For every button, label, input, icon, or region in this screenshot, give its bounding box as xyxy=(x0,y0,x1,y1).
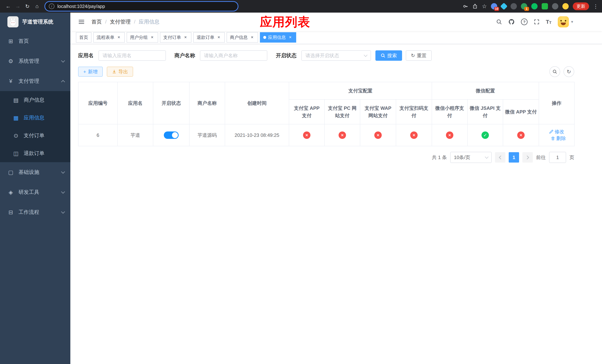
tab-app-info[interactable]: 应用信息 × xyxy=(260,32,296,43)
sidebar-item-app-info[interactable]: ▦ 应用信息 xyxy=(0,109,70,127)
tab-merchant-info[interactable]: 商户信息 × xyxy=(226,32,258,43)
sidebar-item-merchant-info[interactable]: ▤ 商户信息 xyxy=(0,91,70,109)
next-page-button[interactable] xyxy=(522,152,533,162)
cell-alipay-pc: × xyxy=(324,124,360,146)
gear-icon: ⚙ xyxy=(7,58,14,64)
merchant-name-input[interactable] xyxy=(200,50,267,61)
breadcrumb-separator: / xyxy=(134,19,136,25)
tags-view-bar: 首页 流程表单 × 用户分组 × 支付订单 × 退款订单 × xyxy=(70,31,602,44)
add-button[interactable]: + 新增 xyxy=(78,67,103,77)
refund-icon: ◫ xyxy=(13,150,19,157)
close-icon[interactable]: × xyxy=(150,35,155,40)
sidebar-item-home[interactable]: ⊞ 首页 xyxy=(0,31,70,51)
breadcrumb: 首页 / 支付管理 / 应用信息 xyxy=(91,18,160,25)
share-icon[interactable] xyxy=(472,3,478,9)
goto-page-input[interactable] xyxy=(549,152,566,163)
close-icon[interactable]: × xyxy=(216,35,221,40)
export-button[interactable]: 导出 xyxy=(107,67,133,77)
browser-menu-icon[interactable]: ⋮ xyxy=(593,3,598,10)
status-icon: × xyxy=(517,131,525,139)
toggle-search-button[interactable] xyxy=(549,66,560,77)
extension-icon[interactable] xyxy=(531,3,538,10)
avatar-caret-icon[interactable]: ▾ xyxy=(571,20,573,24)
edit-link[interactable]: 修改 xyxy=(549,128,564,135)
close-icon[interactable]: × xyxy=(116,35,121,40)
sidebar-item-infrastructure[interactable]: ▢ 基础设施 xyxy=(0,162,70,182)
browser-update-button[interactable]: 更新 xyxy=(573,2,589,10)
app-name-input[interactable] xyxy=(98,50,166,61)
table-row: 6 芋道 芋道源码 2021-10-23 08:49:25 × × × xyxy=(78,124,574,146)
extension-icon[interactable] xyxy=(552,3,558,10)
address-bar[interactable]: i localhost:1024/pay/app xyxy=(44,1,238,11)
extension-icon[interactable]: 1 xyxy=(521,3,527,10)
page-size-select[interactable]: 10条/页 xyxy=(450,152,492,163)
help-icon[interactable]: ? xyxy=(521,19,527,25)
status-select[interactable]: 请选择开启状态 xyxy=(301,50,371,61)
site-info-icon[interactable]: i xyxy=(49,3,54,9)
plus-icon: + xyxy=(83,69,86,75)
grid-icon: ▦ xyxy=(13,115,19,121)
prev-page-button[interactable] xyxy=(495,152,505,162)
sidebar-item-workflow[interactable]: ⊟ 工作流程 xyxy=(0,202,70,222)
sidebar-item-dev-tools[interactable]: ◈ 研发工具 xyxy=(0,182,70,202)
chevron-down-icon xyxy=(61,58,65,62)
sidebar-item-system[interactable]: ⚙ 系统管理 xyxy=(0,51,70,71)
github-icon[interactable] xyxy=(508,19,515,25)
browser-actions: ☆ 10 1 更新 ⋮ xyxy=(462,2,598,10)
pagination-total: 共 1 条 xyxy=(432,154,447,161)
status-icon: × xyxy=(374,131,382,139)
current-page-button[interactable]: 1 xyxy=(509,152,519,162)
app-title: 芋道管理系统 xyxy=(22,18,53,25)
close-icon[interactable]: × xyxy=(183,35,188,40)
search-icon[interactable] xyxy=(496,19,502,25)
browser-back-icon[interactable]: ← xyxy=(4,2,13,11)
browser-reload-icon[interactable]: ↻ xyxy=(23,2,32,11)
tab-process-form[interactable]: 流程表单 × xyxy=(93,32,125,43)
cell-alipay-qr: × xyxy=(396,124,432,146)
app-logo[interactable]: 芋道管理系统 xyxy=(0,13,70,31)
extension-icon[interactable]: 10 xyxy=(491,3,497,10)
tab-refund-order[interactable]: 退款订单 × xyxy=(193,32,225,43)
font-size-icon[interactable]: TT xyxy=(546,19,551,25)
sidebar-item-label: 基础设施 xyxy=(19,169,39,176)
fullscreen-icon[interactable] xyxy=(534,19,539,25)
close-icon[interactable]: × xyxy=(288,35,293,40)
user-avatar[interactable] xyxy=(558,16,569,27)
extension-icon[interactable] xyxy=(511,3,517,10)
breadcrumb-payment[interactable]: 支付管理 xyxy=(110,18,131,25)
order-icon: ⊙ xyxy=(13,132,19,139)
close-icon[interactable]: × xyxy=(249,35,255,40)
tab-pay-order[interactable]: 支付订单 × xyxy=(160,32,191,43)
sidebar-item-label: 退款订单 xyxy=(24,150,44,157)
extension-icon[interactable] xyxy=(500,3,508,10)
reset-button[interactable]: ↻ 重置 xyxy=(406,50,432,61)
column-group-alipay: 支付宝配置 xyxy=(289,82,432,99)
chevron-down-icon xyxy=(61,210,65,214)
goto-unit-label: 页 xyxy=(570,154,574,161)
pagination: 共 1 条 10条/页 1 前往 页 xyxy=(78,152,574,163)
filter-form: 应用名 商户名称 开启状态 请选择开启状态 搜索 xyxy=(78,50,574,61)
cell-created: 2021-10-23 08:49:25 xyxy=(225,124,289,146)
tab-home[interactable]: 首页 xyxy=(76,32,91,43)
browser-home-icon[interactable]: ⌂ xyxy=(32,2,42,11)
sidebar-item-payment[interactable]: ¥ 支付管理 xyxy=(0,71,70,91)
delete-link[interactable]: 删除 xyxy=(551,135,566,142)
search-button[interactable]: 搜索 xyxy=(376,50,402,61)
extension-icon[interactable] xyxy=(542,3,548,10)
tab-user-group[interactable]: 用户分组 × xyxy=(127,32,158,43)
breadcrumb-home[interactable]: 首页 xyxy=(91,18,102,25)
breadcrumb-current: 应用信息 xyxy=(139,18,160,25)
enabled-toggle[interactable] xyxy=(164,131,179,139)
sidebar-item-pay-order[interactable]: ⊙ 支付订单 xyxy=(0,127,70,144)
chevron-down-icon xyxy=(364,53,367,57)
extension-icon[interactable] xyxy=(562,3,569,10)
browser-forward-icon[interactable]: → xyxy=(13,2,22,11)
key-icon[interactable] xyxy=(462,3,468,9)
refresh-table-button[interactable]: ↻ xyxy=(563,66,574,77)
cell-app-id: 6 xyxy=(78,124,118,146)
sidebar-item-refund-order[interactable]: ◫ 退款订单 xyxy=(0,144,70,162)
bookmark-star-icon[interactable]: ☆ xyxy=(482,3,487,9)
hamburger-icon[interactable] xyxy=(75,19,88,25)
chevron-down-icon xyxy=(61,170,65,173)
cell-status xyxy=(153,124,189,146)
